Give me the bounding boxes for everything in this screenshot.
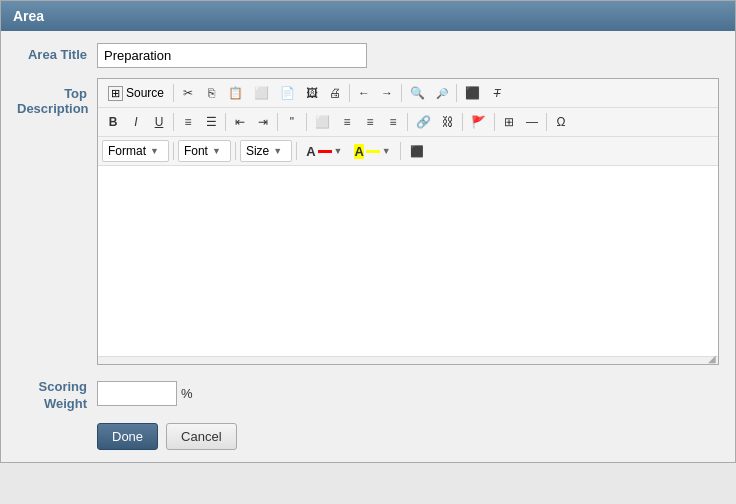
size-label: Size <box>246 144 269 158</box>
align-right-button[interactable]: ≡ <box>359 111 381 133</box>
font-arrow-icon: ▼ <box>212 146 221 156</box>
size-select[interactable]: Size ▼ <box>240 140 292 162</box>
align-justify-button[interactable]: ≡ <box>382 111 404 133</box>
unordered-list-button[interactable]: ☰ <box>200 111 222 133</box>
editor-content-area[interactable] <box>98 166 718 356</box>
percent-label: % <box>181 386 193 401</box>
separator9 <box>407 113 408 131</box>
bg-color-icon: A <box>354 144 363 159</box>
title-bar: Area <box>1 1 735 31</box>
blockquote-button[interactable]: " <box>281 111 303 133</box>
table-button[interactable]: ⊞ <box>498 111 520 133</box>
resize-icon: ◢ <box>708 353 716 364</box>
styles-button[interactable]: ⬛ <box>405 140 429 162</box>
dialog-title: Area <box>13 8 44 24</box>
image-button[interactable]: 🖼 <box>301 82 323 104</box>
paste-word-button[interactable]: 📄 <box>275 82 300 104</box>
print-button[interactable]: 🖨 <box>324 82 346 104</box>
scoring-weight-row: ScoringWeight % <box>17 375 719 413</box>
bold-button[interactable]: B <box>102 111 124 133</box>
font-color-button[interactable]: A ▼ <box>301 140 347 162</box>
separator12 <box>546 113 547 131</box>
bg-color-button[interactable]: A ▼ <box>349 140 395 162</box>
undo-button[interactable]: ← <box>353 82 375 104</box>
align-left-button[interactable]: ⬜ <box>310 111 335 133</box>
editor-container: ⊞ Source ✂ ⎘ 📋 ⬜ 📄 🖼 🖨 ← → <box>97 78 719 365</box>
format-select[interactable]: Format ▼ <box>102 140 169 162</box>
select-all-button[interactable]: ⬛ <box>460 82 485 104</box>
format-sep4 <box>400 142 401 160</box>
paste-text-button[interactable]: ⬜ <box>249 82 274 104</box>
format-arrow-icon: ▼ <box>150 146 159 156</box>
top-description-row: Top Description ⊞ Source ✂ ⎘ 📋 ⬜ <box>17 78 719 365</box>
outdent-button[interactable]: ⇤ <box>229 111 251 133</box>
unlink-button[interactable]: ⛓ <box>437 111 459 133</box>
format-row: Format ▼ Font ▼ Size ▼ A <box>98 137 718 166</box>
toolbar-row1: ⊞ Source ✂ ⎘ 📋 ⬜ 📄 🖼 🖨 ← → <box>98 79 718 108</box>
redo-button[interactable]: → <box>376 82 398 104</box>
source-button[interactable]: ⊞ Source <box>102 83 170 104</box>
find-button[interactable]: 🔍 <box>405 82 430 104</box>
format-label: Format <box>108 144 146 158</box>
size-arrow-icon: ▼ <box>273 146 282 156</box>
format-sep2 <box>235 142 236 160</box>
find-replace-button[interactable]: 🔎 <box>431 82 453 104</box>
font-color-arrow: ▼ <box>334 146 343 156</box>
format-sep1 <box>173 142 174 160</box>
separator2 <box>349 84 350 102</box>
align-center-button[interactable]: ≡ <box>336 111 358 133</box>
format-sep3 <box>296 142 297 160</box>
area-title-row: Area Title Preparation <box>17 43 719 68</box>
indent-button[interactable]: ⇥ <box>252 111 274 133</box>
separator3 <box>401 84 402 102</box>
button-row: Done Cancel <box>97 423 719 450</box>
separator4 <box>456 84 457 102</box>
underline-button[interactable]: U <box>148 111 170 133</box>
paste-button[interactable]: 📋 <box>223 82 248 104</box>
ordered-list-button[interactable]: ≡ <box>177 111 199 133</box>
bg-color-swatch <box>366 150 380 153</box>
separator10 <box>462 113 463 131</box>
source-label: Source <box>126 86 164 100</box>
link-button[interactable]: 🔗 <box>411 111 436 133</box>
font-label: Font <box>184 144 208 158</box>
copy-button[interactable]: ⎘ <box>200 82 222 104</box>
done-button[interactable]: Done <box>97 423 158 450</box>
scoring-weight-label: ScoringWeight <box>17 375 97 413</box>
font-select[interactable]: Font ▼ <box>178 140 231 162</box>
cancel-button[interactable]: Cancel <box>166 423 236 450</box>
special-char-button[interactable]: Ω <box>550 111 572 133</box>
separator7 <box>277 113 278 131</box>
bg-color-arrow: ▼ <box>382 146 391 156</box>
separator11 <box>494 113 495 131</box>
font-color-swatch <box>318 150 332 153</box>
area-title-input[interactable]: Preparation <box>97 43 367 68</box>
area-title-label: Area Title <box>17 43 97 62</box>
separator6 <box>225 113 226 131</box>
toolbar-row2: B I U ≡ ☰ ⇤ ⇥ " ⬜ ≡ ≡ <box>98 108 718 137</box>
italic-button[interactable]: I <box>125 111 147 133</box>
anchor-button[interactable]: 🚩 <box>466 111 491 133</box>
cut-button[interactable]: ✂ <box>177 82 199 104</box>
area-dialog: Area Area Title Preparation Top Descript… <box>0 0 736 463</box>
scoring-weight-input[interactable] <box>97 381 177 406</box>
editor-resize-handle[interactable]: ◢ <box>98 356 718 364</box>
source-icon: ⊞ <box>108 86 123 101</box>
separator8 <box>306 113 307 131</box>
remove-format-button[interactable]: T <box>486 82 508 104</box>
separator <box>173 84 174 102</box>
separator5 <box>173 113 174 131</box>
top-description-label: Top Description <box>17 78 97 116</box>
font-color-icon: A <box>306 144 315 159</box>
horizontal-rule-button[interactable]: — <box>521 111 543 133</box>
